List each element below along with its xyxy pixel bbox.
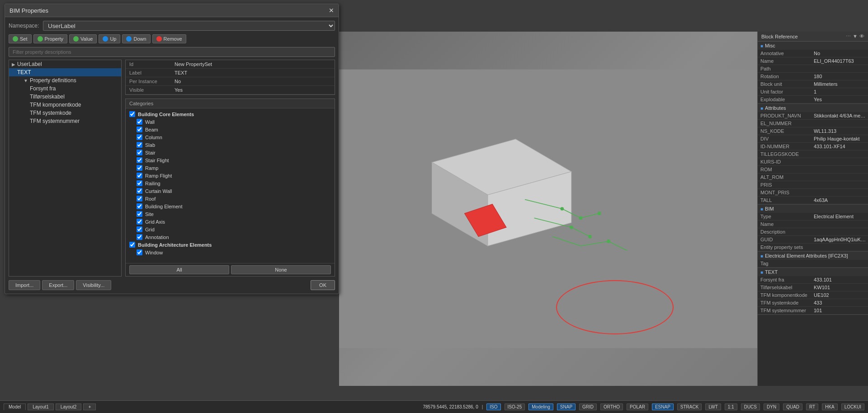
rp-key: Tilførselskabel	[758, 284, 812, 291]
category-checkbox-site[interactable]	[137, 211, 142, 217]
rp-eye-icon[interactable]: 👁	[859, 33, 864, 39]
tab-layout1[interactable]: Layout1	[28, 404, 54, 410]
set-button[interactable]: Set	[9, 34, 32, 43]
down-button[interactable]: Down	[122, 34, 150, 43]
value-button[interactable]: Value	[69, 34, 97, 43]
rp-section-header-text[interactable]: ■TEXT	[758, 268, 868, 276]
category-checkbox-rampflight[interactable]	[137, 173, 142, 178]
property-button[interactable]: Property	[33, 34, 68, 43]
tab-add[interactable]: +	[83, 404, 96, 410]
rp-val: Yes	[812, 96, 868, 103]
category-checkbox-stair[interactable]	[137, 150, 142, 155]
visibility-button[interactable]: Visibility...	[76, 280, 111, 290]
category-label-site: Site	[145, 211, 154, 217]
all-button[interactable]: All	[129, 265, 229, 274]
modeling-btn[interactable]: Modeling	[528, 404, 553, 410]
tree-item-userlabel[interactable]: ▶ UserLabel	[9, 60, 121, 68]
dialog-close-button[interactable]: ✕	[329, 7, 334, 14]
tree-item-propdef[interactable]: ▼ Property definitions	[9, 76, 121, 84]
rp-section-icon: ■	[760, 206, 763, 211]
category-checkbox-curtainwall[interactable]	[137, 188, 142, 194]
category-checkbox-grid[interactable]	[137, 226, 142, 232]
export-button[interactable]: Export...	[42, 280, 74, 290]
rp-section-header-misc[interactable]: ■Misc	[758, 42, 868, 50]
remove-label: Remove	[164, 36, 182, 42]
search-input[interactable]	[9, 47, 335, 57]
tree-label-komponent: TFM komponentkode	[30, 102, 81, 108]
rp-section-header-attributes[interactable]: ■Attributes	[758, 104, 868, 112]
svg-point-6	[579, 216, 582, 219]
ortho-btn[interactable]: ORTHO	[600, 404, 623, 410]
tree-label-systemnr: TFM systemnummer	[30, 118, 80, 124]
category-checkbox-roof[interactable]	[137, 196, 142, 202]
tree-item-forsynt[interactable]: Forsynt fra	[9, 84, 121, 93]
category-section-header: Building Core Elements	[126, 110, 335, 118]
rp-key: KURS-ID	[758, 158, 812, 165]
lockui-btn[interactable]: LOCKUI	[841, 404, 864, 410]
rp-row: TFM komponentkodeUE102	[758, 291, 868, 299]
category-checkbox-stairflight[interactable]	[137, 157, 142, 163]
namespace-select[interactable]: UserLabel	[43, 21, 335, 31]
rp-val: 433.101	[812, 276, 868, 283]
iso25-btn[interactable]: ISO-25	[505, 404, 525, 410]
dyn-btn[interactable]: DYN	[764, 404, 779, 410]
category-checkbox-window[interactable]	[137, 249, 142, 255]
rp-key: Description	[758, 228, 812, 235]
tab-layout2[interactable]: Layout2	[56, 404, 82, 410]
value-icon	[73, 36, 79, 42]
tab-model[interactable]: Model	[4, 404, 26, 410]
rp-section-label: Attributes	[765, 105, 786, 111]
category-item: Curtain Wall	[126, 187, 335, 195]
rp-key: Block unit	[758, 80, 812, 88]
rp-row: EL_NUMMER	[758, 120, 868, 127]
category-checkbox-column[interactable]	[137, 134, 142, 140]
grid-btn[interactable]: GRID	[579, 404, 597, 410]
rp-menu-icon[interactable]: ⋯	[846, 33, 851, 39]
esnap-btn[interactable]: ESNAP	[652, 404, 674, 410]
right-panel-inner: IdNew PropertySetLabelTEXTPer InstanceNo…	[125, 60, 335, 277]
category-checkbox-ramp[interactable]	[137, 165, 142, 171]
value-label: Value	[80, 36, 93, 42]
tree-item-tilforsel[interactable]: Tilførselskabel	[9, 93, 121, 101]
rp-row: Path	[758, 65, 868, 73]
tree-item-systemkode[interactable]: TFM systemkode	[9, 109, 121, 117]
tree-label-tilforsel: Tilførselskabel	[30, 94, 65, 100]
category-checkbox-gridaxis[interactable]	[137, 219, 142, 225]
footer-left-buttons: Import... Export... Visibility...	[9, 280, 111, 290]
category-checkbox-annotation[interactable]	[137, 234, 142, 240]
category-checkbox-slab[interactable]	[137, 142, 142, 148]
none-button[interactable]: None	[231, 265, 331, 274]
hka-btn[interactable]: HKA	[822, 404, 838, 410]
quad-btn[interactable]: QUAD	[783, 404, 802, 410]
up-button[interactable]: Up	[99, 34, 120, 43]
category-checkbox-buildingelement[interactable]	[137, 203, 142, 209]
ducs-btn[interactable]: DUCS	[741, 404, 760, 410]
rp-filter-icon[interactable]: ▼	[853, 33, 858, 39]
rp-key: ALT_ROM	[758, 174, 812, 181]
lwt-btn[interactable]: LWT	[705, 404, 721, 410]
scale-btn[interactable]: 1:1	[725, 404, 737, 410]
rp-row: TFM systemnummer101	[758, 307, 868, 314]
category-checkbox-wall[interactable]	[137, 119, 142, 125]
rp-section-header-bim[interactable]: ■BIM	[758, 205, 868, 213]
category-label-rampflight: Ramp Flight	[145, 173, 172, 178]
3d-viewport	[339, 32, 757, 386]
import-button[interactable]: Import...	[9, 280, 40, 290]
category-checkbox-beam[interactable]	[137, 127, 142, 132]
ok-button[interactable]: OK	[311, 280, 335, 290]
category-checkbox-bce[interactable]	[129, 111, 135, 117]
polar-btn[interactable]: POLAR	[627, 404, 648, 410]
rp-section-header-elattr[interactable]: ■Electrical Element Attributes [IFC2X3]	[758, 252, 868, 260]
remove-button[interactable]: Remove	[152, 34, 186, 43]
rp-section-icon: ■	[760, 270, 763, 275]
tree-item-systemnr[interactable]: TFM systemnummer	[9, 117, 121, 125]
category-checkbox-railing[interactable]	[137, 180, 142, 186]
rt-btn[interactable]: RT	[806, 404, 818, 410]
rp-val: WL11.313	[812, 127, 868, 135]
iso-btn[interactable]: ISO	[486, 404, 500, 410]
tree-item-text[interactable]: TEXT	[9, 68, 121, 76]
category-checkbox-bae[interactable]	[129, 242, 135, 248]
tree-item-komponent[interactable]: TFM komponentkode	[9, 101, 121, 109]
snap-btn[interactable]: SNAP	[557, 404, 576, 410]
strack-btn[interactable]: STRACK	[677, 404, 702, 410]
